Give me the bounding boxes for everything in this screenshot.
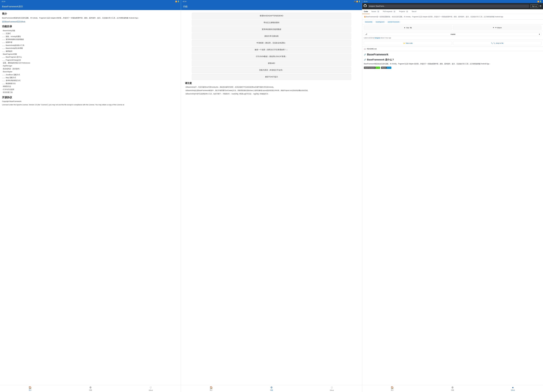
repo-tags: baseactivity basefragment android-framew… <box>362 19 543 24</box>
chevron-down-icon: ▾ <box>539 33 540 35</box>
status-icons-3: 📶 🔋 <box>537 1 542 2</box>
feature-button[interactable]: 切换为英语（本按钮文字会变） <box>192 67 351 73</box>
status-icons-1: 📶 🔋 <box>175 1 179 2</box>
time-1: 10:24 <box>1 1 5 2</box>
eye-icon: 👁 <box>493 27 494 29</box>
badge-framework-value: 6.7.0 <box>375 67 380 69</box>
panel1-content: 简介 BaseFramework框架包含沉浸式适配、对 Activity、Fra… <box>0 10 181 385</box>
nav-features-2[interactable]: ⚙ 功能 <box>241 385 302 392</box>
panel-features: 10:24 📸 📶 🔋 功能 查看BASEADAPTER的DEMO带自定义参数的… <box>181 0 362 392</box>
time-ago: about 1 hour ago <box>381 37 391 39</box>
watch-label: 👁 Watch <box>495 27 502 29</box>
search-icon: 🔍 <box>491 42 493 44</box>
time-2: 10:24 <box>182 1 186 2</box>
nav-features-label-3: 功能 <box>451 389 454 391</box>
nav-intro-2[interactable]: 🏠 简介 <box>181 385 241 392</box>
notice-title: 请注意 <box>185 82 358 85</box>
code-actions: 📁 View code 🔍 🔍 Jump to file <box>362 40 543 47</box>
home-icon-2: 🏠 <box>210 386 213 389</box>
bottom-nav-1: 🏠 简介 ⚙ 功能 ♡ Github <box>0 385 181 392</box>
signup-button[interactable]: Sign up <box>530 5 538 8</box>
bottom-nav-2: 🏠 简介 ⚙ 功能 ♡ Github <box>181 385 362 392</box>
readme-description: BaseFramework框架包含沉浸式适配、对 Activity、Fragme… <box>364 63 541 65</box>
star-button[interactable]: ★ Star 51 <box>364 26 452 30</box>
feature-button[interactable]: 兼容TOAST提示 <box>192 74 351 80</box>
readme-title: 🔗 BaseFramework <box>364 53 541 56</box>
feature-button[interactable]: 获取IMEI <box>192 60 351 66</box>
intro-link[interactable]: 访问BaseFramework官方Github <box>2 21 25 22</box>
nav-intro-3[interactable]: 🏠 简介 <box>362 385 423 392</box>
toc-item: …… 多种布局的绑定方式 <box>2 79 179 82</box>
nav-features-3[interactable]: ⚙ 功能 <box>422 385 483 392</box>
heart-icon-3: ♥ <box>512 386 514 389</box>
readme-content: 🔗 BaseFramework 🔗 BaseFramework 是什么？ Bas… <box>362 51 543 71</box>
branch-section: ⎇ master ▾ Latest commit by kongzue abou… <box>362 31 543 40</box>
link-icon-1: 🔗 <box>364 54 366 56</box>
toc-item: …… Map 适配方式 <box>2 76 179 79</box>
toc-item: …… 更简单的跳转后返回数据 <box>2 38 179 41</box>
nav-intro-1[interactable]: 🏠 简介 <box>0 385 60 392</box>
toc-item: …… FragmentChangeUtil <box>2 59 179 62</box>
tag-baseactivity[interactable]: baseactivity <box>364 21 373 23</box>
notice-items: ·在BaseActivity中，约定关键词me代替Activity.this，因… <box>185 86 358 95</box>
tab-projects[interactable]: Projects 0 <box>397 9 410 14</box>
feature-button[interactable]: 打印JSON数据（请使用LOGCAT查看） <box>192 54 351 60</box>
watch-button[interactable]: 👁 👁 Watch <box>453 26 541 30</box>
tab-code[interactable]: Code <box>362 9 370 14</box>
github-content: 🔥BaseFramework是一款基础适配框架，包含沉浸式适配、对 Activi… <box>362 14 543 385</box>
star-count: 51 <box>410 27 412 29</box>
nav-github-2[interactable]: ♡ Github <box>302 385 362 392</box>
feature-button[interactable]: 跳转共享元素动画 <box>192 33 351 39</box>
view-code-button[interactable]: 📁 View code <box>364 41 452 45</box>
toc-item: · BaseActivity功能 <box>2 29 179 32</box>
panel2-header: 功能 <box>181 3 362 10</box>
toc-item: · BaseAdapter <box>2 70 179 73</box>
github-top-bar: kongzue / BaseFrame... Sign up ☰ <box>362 3 543 9</box>
feature-button[interactable]: 触发一个崩溃（请再次打开后查看效果！） <box>192 47 351 53</box>
nav-features-1[interactable]: ⚙ 功能 <box>60 385 121 392</box>
star-label: Star <box>406 27 409 29</box>
tab-pullrequests[interactable]: Pull requests 0 <box>381 9 397 14</box>
panel1-header: BaseFramework演示 <box>0 3 181 10</box>
gear-icon-3: ⚙ <box>451 386 454 389</box>
intro-title: 简介 <box>2 12 179 16</box>
open-source-line: Copyright BaseFramework <box>2 100 179 103</box>
toc-item: …… 侧滑返回 <box>2 50 179 53</box>
github-nav-tabs: Code Issues 0 Pull requests 0 Projects 0… <box>362 9 543 14</box>
feature-button[interactable]: 申请权限（测试用，无实际业务逻辑） <box>192 40 351 46</box>
readme-subtitle: 🔗 BaseFramework 是什么？ <box>364 58 541 61</box>
panel1-title: BaseFramework演示 <box>2 5 23 8</box>
tab-issues[interactable]: Issues 0 <box>370 9 381 14</box>
readme-filename: README.md <box>367 48 377 50</box>
feature-button[interactable]: 更简单的跳转后返回数据 <box>192 26 351 32</box>
tag-android-framework[interactable]: android-framework <box>386 21 401 23</box>
branch-info: Latest commit by kongzue about 1 hour ag… <box>364 37 541 39</box>
tag-basefragment[interactable]: basefragment <box>374 21 385 23</box>
gear-icon-2: ⚙ <box>270 386 273 389</box>
branch-name: master <box>451 33 456 35</box>
badge-baseframework: BaseFramework 6.7.0 <box>364 67 380 69</box>
branch-selector[interactable]: ⎇ master ▾ <box>364 32 541 36</box>
toc-item: · BaseFragment功能 <box>2 53 179 56</box>
nav-github-label-3: Github <box>511 389 515 391</box>
feature-button[interactable]: 带自定义参数的跳转 <box>192 20 351 26</box>
nav-github-1[interactable]: ♡ Github <box>121 385 181 392</box>
jump-to-file-button[interactable]: 🔍 🔍 Jump to file <box>453 41 541 45</box>
tab-security[interactable]: Securi <box>410 9 418 14</box>
open-source-line: Licensed under the Apache License, Versi… <box>2 104 179 106</box>
home-icon-1: 🏠 <box>28 386 32 389</box>
notice-item: ·在BaseActivity中，约定关键词me代替Activity.this，因… <box>185 86 358 88</box>
toc-item: · 行为与日志监听 <box>2 88 179 91</box>
hamburger-icon[interactable]: ☰ <box>539 5 542 8</box>
notice-item: ·在BaseActivity以及BaseFramework框架中，我们不推荐重写… <box>185 89 358 92</box>
toc-item: …… BaseActivity的生命周期 <box>2 47 179 50</box>
readme-header: 📖 README.md <box>362 47 543 51</box>
notice-item: ·在BaseActivity中您可以使用多种小工具，包含不限于： //简易吐司：… <box>185 93 358 95</box>
github-repo-path: kongzue / BaseFrame... <box>368 5 529 8</box>
repo-description: 🔥BaseFramework是一款基础适配框架，包含沉浸式适配、对 Activi… <box>362 14 543 19</box>
book-icon: 📖 <box>364 48 366 50</box>
toc-item: …… 跳转、Activity间通讯 <box>2 35 179 38</box>
panel2-title: 功能 <box>183 5 187 8</box>
nav-github-3[interactable]: ♥ Github <box>483 385 543 392</box>
feature-button[interactable]: 查看BASEADAPTER的DEMO <box>192 13 351 19</box>
